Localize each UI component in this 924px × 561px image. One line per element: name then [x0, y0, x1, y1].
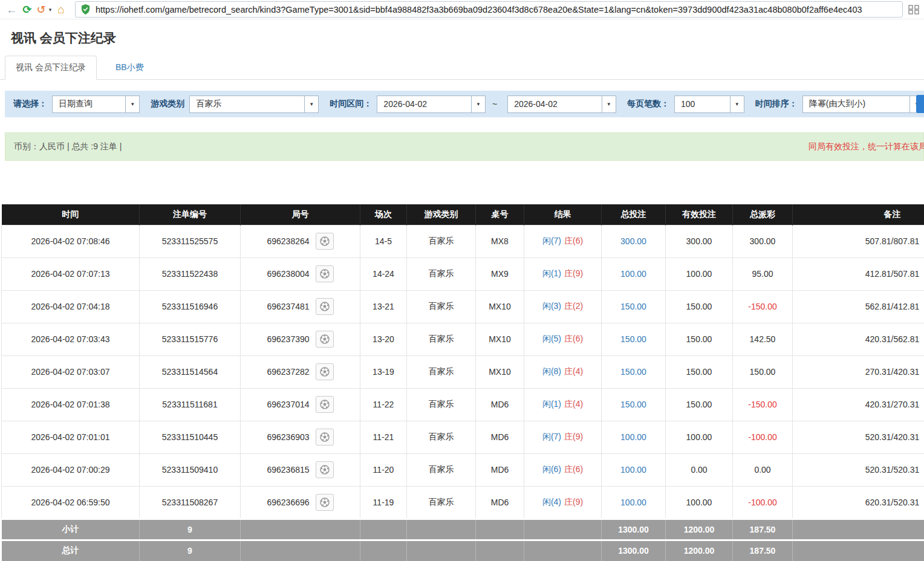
back-icon[interactable]: ←: [4, 2, 19, 18]
undo-icon[interactable]: ↺: [35, 2, 47, 18]
result-player: 闲(8): [542, 366, 561, 376]
game-type-select[interactable]: 百家乐 ▾: [189, 96, 319, 113]
column-header-7: 总投注: [602, 204, 666, 225]
footer-cell-9: 187.50: [733, 519, 793, 540]
footer-cell-3: [360, 519, 407, 540]
cell-result: 闲(6)庄(6): [524, 453, 602, 486]
date-to-select[interactable]: 2026-04-02 ▾: [507, 96, 616, 113]
cell-payout: 150.00: [733, 355, 793, 388]
cell-total-bet[interactable]: 150.00: [602, 388, 666, 421]
cell-result: 闲(8)庄(4): [524, 355, 602, 388]
cell-game-type: 百家乐: [407, 421, 476, 453]
cell-session: 13-19: [360, 355, 407, 388]
video-replay-icon[interactable]: [316, 396, 334, 413]
cell-table-no: MX10: [476, 323, 524, 355]
tab-bar: 视讯 会员下注纪录 BB小费: [0, 56, 924, 80]
date-from-select[interactable]: 2026-04-02 ▾: [377, 96, 486, 113]
cell-time: 2026-04-02 06:59:50: [2, 486, 140, 519]
date-to-value: 2026-04-02: [508, 99, 602, 109]
footer-cell-3: [360, 540, 407, 561]
video-replay-icon[interactable]: [316, 298, 334, 315]
table-row: 2026-04-02 07:03:07523311514564696237282…: [2, 355, 924, 388]
result-banker: 庄(4): [564, 366, 583, 376]
video-replay-icon[interactable]: [316, 265, 334, 282]
undo-dropdown-caret-icon[interactable]: ▾: [47, 2, 53, 18]
video-replay-icon[interactable]: [316, 494, 334, 511]
address-bar[interactable]: https://iohetf.com/game/betrecord_search…: [75, 1, 903, 18]
column-header-0: 时间: [2, 204, 140, 225]
cell-valid-bet: 0.00: [666, 453, 733, 486]
cell-session: 11-22: [360, 388, 407, 421]
sort-order-select[interactable]: 降幂(由大到小) ▾: [802, 96, 924, 113]
footer-cell-0: 总计: [2, 540, 140, 561]
video-replay-icon[interactable]: [316, 429, 334, 446]
video-replay-icon[interactable]: [316, 363, 334, 380]
result-banker: 庄(9): [564, 432, 583, 441]
tab-bb-tips[interactable]: BB小费: [105, 56, 154, 79]
cell-bet-id: 523311522438: [140, 258, 241, 290]
cell-remark: 420.31/270.31: [793, 388, 924, 421]
cell-payout: -150.00: [733, 388, 793, 421]
column-header-5: 桌号: [476, 204, 524, 225]
result-player: 闲(3): [542, 301, 561, 311]
cell-remark: 520.31/520.31: [793, 453, 924, 486]
per-page-select[interactable]: 100 ▾: [674, 96, 744, 113]
date-from-value: 2026-04-02: [377, 99, 471, 109]
column-header-2: 局号: [241, 204, 360, 225]
cell-total-bet[interactable]: 150.00: [602, 290, 666, 323]
cell-total-bet[interactable]: 300.00: [602, 225, 666, 258]
cell-remark: 270.31/420.31: [793, 355, 924, 388]
cell-payout: -150.00: [733, 290, 793, 323]
cell-valid-bet: 300.00: [666, 225, 733, 258]
cell-session: 14-24: [360, 258, 407, 290]
column-header-1: 注单编号: [140, 204, 241, 225]
cell-bet-id: 523311510445: [140, 421, 241, 453]
column-header-3: 场次: [360, 204, 407, 225]
round-number: 696237390: [267, 334, 309, 344]
cell-total-bet[interactable]: 150.00: [602, 323, 666, 355]
cell-bet-id: 523311511681: [140, 388, 241, 421]
query-type-select[interactable]: 日期查询 ▾: [52, 96, 140, 113]
result-banker: 庄(6): [564, 334, 583, 343]
video-replay-icon[interactable]: [316, 461, 334, 478]
cell-total-bet[interactable]: 100.00: [602, 258, 666, 290]
cell-session: 13-21: [360, 290, 407, 323]
cell-total-bet[interactable]: 100.00: [602, 453, 666, 486]
app-grid-icon[interactable]: [908, 5, 919, 15]
cell-table-no: MD6: [476, 388, 524, 421]
cell-table-no: MD6: [476, 486, 524, 519]
footer-cell-5: [476, 540, 524, 561]
search-button[interactable]: [916, 95, 924, 113]
query-type-value: 日期查询: [53, 99, 125, 109]
cell-payout: 0.00: [733, 453, 793, 486]
result-player: 闲(7): [542, 236, 561, 245]
column-header-10: 备注: [793, 204, 924, 225]
cell-total-bet[interactable]: 100.00: [602, 486, 666, 519]
cell-round: 696238004: [241, 258, 360, 290]
footer-cell-2: [241, 540, 360, 561]
cell-game-type: 百家乐: [407, 453, 476, 486]
cell-table-no: MX10: [476, 290, 524, 323]
video-replay-icon[interactable]: [316, 233, 334, 250]
cell-round: 696236696: [241, 486, 360, 519]
cell-remark: 507.81/807.81: [793, 225, 924, 258]
cell-total-bet[interactable]: 100.00: [602, 421, 666, 453]
cell-remark: 620.31/520.31: [793, 486, 924, 519]
cell-round: 696236903: [241, 421, 360, 453]
footer-cell-6: [524, 540, 602, 561]
chevron-down-icon: ▾: [125, 96, 139, 112]
result-banker: 庄(4): [564, 399, 583, 409]
cell-total-bet[interactable]: 150.00: [602, 355, 666, 388]
video-replay-icon[interactable]: [316, 331, 334, 348]
footer-cell-0: 小计: [2, 519, 140, 540]
cell-payout: 142.50: [733, 323, 793, 355]
tab-bet-records[interactable]: 视讯 会员下注纪录: [5, 56, 97, 80]
per-page-value: 100: [675, 99, 730, 109]
home-icon[interactable]: ⌂: [53, 2, 69, 18]
game-type-label: 游戏类别: [151, 99, 184, 109]
result-banker: 庄(2): [564, 301, 583, 311]
chevron-down-icon: ▾: [602, 96, 616, 112]
refresh-icon[interactable]: ⟳: [19, 2, 35, 18]
table-row: 2026-04-02 07:07:13523311522438696238004…: [2, 258, 924, 290]
cell-bet-id: 523311525575: [140, 225, 241, 258]
